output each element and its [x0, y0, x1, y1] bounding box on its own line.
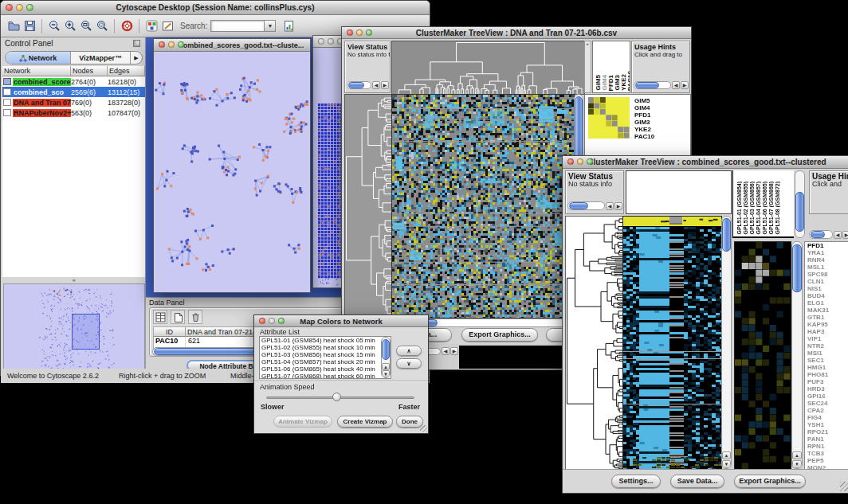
create-vizmap-button[interactable]: Create Vizmap: [337, 416, 393, 428]
minimize-icon[interactable]: [269, 318, 275, 324]
treeview2-row-dendrogram[interactable]: [565, 216, 624, 471]
gene-label[interactable]: PHO81: [807, 371, 848, 378]
attribute-item[interactable]: GPL51-07 (GSM868) heat shock 60 min: [260, 373, 391, 379]
scroll-right-icon[interactable]: ▶: [450, 347, 458, 355]
network-row[interactable]: combined_sco 2569(6) 13112(15): [2, 87, 145, 97]
gene-label[interactable]: BUD4: [807, 292, 848, 299]
scroll-left-icon[interactable]: ◀: [672, 81, 680, 89]
speed-slider-thumb[interactable]: [332, 393, 341, 401]
attribute-item[interactable]: GPL51-04 (GSM857) heat shock 20 min: [260, 358, 391, 365]
scrollbar-thumb[interactable]: [792, 244, 802, 292]
gene-label[interactable]: FIG4: [807, 414, 848, 421]
scroll-up-icon[interactable]: ▲: [792, 451, 802, 459]
treeview1-correlation-matrix[interactable]: [588, 97, 630, 139]
tab-network[interactable]: Network: [6, 52, 71, 64]
column-label[interactable]: GPL51-07 (GSM868): [768, 182, 775, 235]
treeview1-row-dendrogram[interactable]: [344, 94, 392, 318]
scroll-left-icon[interactable]: ◀: [834, 231, 842, 239]
treeview1-column-dendrogram[interactable]: [391, 41, 585, 95]
gene-label[interactable]: CLN1: [807, 278, 848, 285]
vizmapper-icon[interactable]: [143, 18, 159, 34]
gene-label[interactable]: ELG1: [807, 299, 848, 307]
gene-label[interactable]: PUF3: [807, 378, 848, 385]
settings-button[interactable]: Settings...: [611, 475, 661, 488]
dialog-titlebar[interactable]: Map Colors to Network: [254, 315, 428, 327]
gene-label[interactable]: NIS1: [807, 285, 848, 292]
treeview2-column-dendrogram[interactable]: [626, 170, 732, 214]
column-label[interactable]: GPL51-06 (GSM865): [762, 182, 768, 235]
scrollbar-thumb[interactable]: [722, 218, 731, 252]
gene-label[interactable]: VIP1: [807, 335, 848, 342]
gene-label[interactable]: GTB1: [807, 314, 848, 321]
gene-label[interactable]: SEC24: [807, 400, 848, 407]
minimize-icon[interactable]: [328, 38, 334, 45]
attribute-item[interactable]: GPL51-03 (GSM856) heat shock 15 min: [260, 351, 391, 358]
scroll-down-icon[interactable]: ▼: [722, 460, 731, 468]
zoom-window-icon[interactable]: [366, 29, 372, 36]
zoom-selected-icon[interactable]: [78, 18, 94, 34]
panel-splitter[interactable]: ●: [2, 277, 145, 283]
column-header-edges[interactable]: Edges: [108, 66, 145, 76]
gene-label[interactable]: YSH1: [807, 421, 848, 428]
gene-label[interactable]: TCB3: [807, 450, 848, 457]
minimize-icon[interactable]: [577, 158, 583, 165]
gene-label[interactable]: YRA1: [807, 249, 848, 256]
new-attribute-icon[interactable]: [171, 310, 185, 324]
column-header-network[interactable]: Network: [2, 66, 71, 76]
scroll-left-icon[interactable]: ◀: [372, 81, 380, 89]
float-panel-icon[interactable]: [133, 40, 140, 47]
row-label[interactable]: PAC10: [634, 133, 687, 140]
main-titlebar[interactable]: Cytoscape Desktop (Session Name: collins…: [1, 1, 430, 15]
search-input[interactable]: [210, 20, 265, 32]
column-header-nodes[interactable]: Nodes: [71, 66, 108, 76]
treeview1-titlebar[interactable]: ClusterMaker TreeView : DNA and Tran 07-…: [342, 27, 691, 39]
zoom-window-icon[interactable]: [26, 4, 33, 11]
animate-vizmap-button[interactable]: Animate Vizmap: [273, 416, 332, 428]
scrollbar-thumb[interactable]: [635, 82, 659, 88]
gene-label[interactable]: PFD1: [807, 242, 848, 249]
row-label[interactable]: GIM5: [634, 97, 687, 104]
scrollbar-thumb[interactable]: [811, 231, 825, 238]
save-data-button[interactable]: Save Data...: [670, 475, 724, 488]
gene-label[interactable]: HRD3: [807, 385, 848, 393]
search-dropdown-icon[interactable]: ▼: [265, 20, 276, 32]
open-file-icon[interactable]: [6, 18, 22, 34]
gene-label[interactable]: MSI1: [807, 350, 848, 357]
move-down-button[interactable]: ∨: [396, 358, 422, 369]
zoom-window-icon[interactable]: [587, 158, 593, 165]
usage-hints-hscrollbar[interactable]: ◀▶: [634, 81, 689, 89]
column-label[interactable]: GPL51-02 (GSM855): [743, 182, 749, 235]
network-row[interactable]: DNA and Tran 07 769(0) 183728(0): [2, 97, 145, 107]
tab-vizmapper[interactable]: VizMapper™: [71, 52, 131, 64]
mini-hscrollbar[interactable]: ◀▶: [425, 347, 458, 355]
id-column-header[interactable]: ID: [154, 327, 186, 337]
attribute-table-icon[interactable]: [153, 310, 167, 324]
annotation-icon[interactable]: [159, 18, 175, 34]
scroll-up-icon[interactable]: ▲: [722, 451, 731, 459]
export-graphics-button[interactable]: Export Graphics...: [734, 475, 806, 488]
close-icon[interactable]: [347, 29, 353, 36]
gene-label[interactable]: RPO21: [807, 428, 848, 436]
attribute-browser-icon[interactable]: [281, 18, 296, 34]
treeview1-global-heatmap[interactable]: [391, 94, 575, 318]
gene-label[interactable]: CPA2: [807, 407, 848, 414]
view-status-hscrollbar[interactable]: ◀▶: [347, 81, 389, 89]
attribute-item[interactable]: GPL51-06 (GSM865) heat shock 40 min: [260, 365, 391, 373]
zoom-in-icon[interactable]: [62, 18, 78, 34]
minimize-icon[interactable]: [16, 4, 23, 11]
scroll-right-icon[interactable]: ▶: [381, 81, 389, 89]
scrollbar-thumb[interactable]: [348, 82, 364, 88]
export-graphics-button[interactable]: Export Graphics...: [461, 328, 538, 342]
resize-grip[interactable]: [420, 425, 427, 432]
close-icon[interactable]: [259, 318, 265, 324]
usage-hints-hscrollbar[interactable]: ◀▶: [809, 230, 848, 239]
gene-label[interactable]: RPN1: [807, 443, 848, 450]
column-label[interactable]: PAC10: [627, 71, 630, 91]
delete-attribute-icon[interactable]: [188, 310, 202, 324]
treeview2-global-vscrollbar[interactable]: ▲ ▼: [721, 216, 732, 469]
attribute-item[interactable]: GPL51-02 (GSM855) heat shock 10 min: [260, 344, 391, 351]
scroll-down-icon[interactable]: ▼: [382, 370, 390, 377]
column-label[interactable]: GPL51-08 (GSM872): [775, 182, 781, 235]
gene-label[interactable]: GPI16: [807, 393, 848, 400]
treeview2-detail-vscrollbar[interactable]: ▲ ▼: [791, 241, 803, 469]
